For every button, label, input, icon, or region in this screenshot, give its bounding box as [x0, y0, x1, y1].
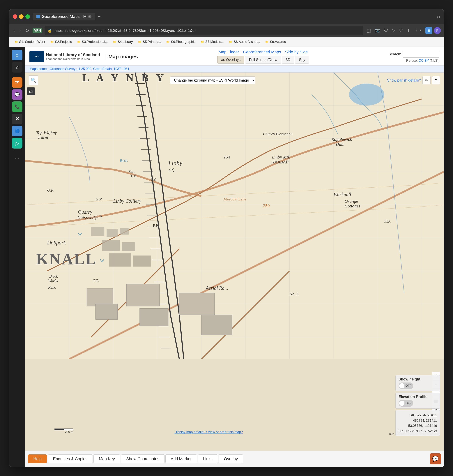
os-grid-ref: SK 52764 51411 [398, 412, 437, 418]
map-center-controls: Change background map - ESRI World Image [170, 76, 255, 84]
map-info-panel: Show height: OFF Elevation Profile: OFF [395, 375, 440, 436]
shield-icon[interactable]: 🛡 [383, 27, 389, 34]
folder-icon: 📁 [265, 40, 269, 44]
camera-icon[interactable]: 📷 [374, 27, 381, 34]
header-nav: Map Finder | Georeferenced Maps | Side b… [142, 50, 385, 64]
overlay-button[interactable]: Overlay [219, 455, 243, 463]
bottom-toolbar: Help Enquiries & Copies Map Key Show Coo… [25, 451, 444, 467]
show-height-label: Show height: [398, 377, 437, 381]
help-button[interactable]: Help [28, 455, 47, 463]
bookmark-s9[interactable]: 📁 S9.Awards [263, 39, 288, 44]
folder-icon: 📁 [50, 40, 54, 44]
bookmark-s6[interactable]: 📁 S6.Photographic [164, 39, 198, 44]
edit-icon-btn[interactable]: ✏ [423, 76, 431, 84]
map-left-panel: 🗂 [27, 87, 35, 95]
folder-icon: 📁 [77, 40, 81, 44]
chat-button[interactable]: 💬 [430, 453, 441, 464]
elevation-label: Elevation Profile: [398, 395, 437, 399]
as-overlays-button[interactable]: as Overlays [217, 56, 245, 64]
minimize-button[interactable] [19, 14, 24, 19]
bookmark-s2[interactable]: 📁 S2.Projects [48, 39, 74, 44]
breadcrumb-maps-home[interactable]: Maps home [29, 67, 47, 71]
easting-northing: 452764, 351411 [398, 418, 437, 423]
nav-bar: ‹ › ↻ VPN 🔒 maps.nls.uk/geo/explore/#zoo… [9, 24, 444, 37]
bookmark-label: S8.Audio-Visual... [234, 40, 260, 44]
extension-icon[interactable]: E [425, 27, 432, 34]
map-finder-link[interactable]: Map Finder [219, 50, 239, 55]
dock-whatsapp[interactable]: 📞 [12, 101, 22, 112]
enquiries-button[interactable]: Enquiries & Copies [48, 455, 93, 463]
side-by-side-link[interactable]: Side by Side [285, 50, 308, 55]
reuse-text: Re-use: CC-BY (NLS). [406, 59, 439, 63]
dock-home[interactable]: ⌂ [12, 50, 22, 60]
spy-button[interactable]: Spy [295, 56, 309, 64]
map-key-button[interactable]: Map Key [93, 455, 120, 463]
map-container[interactable]: L A Y N B Y Linby (P) Top Wighay Farm G.… [25, 72, 444, 451]
breadcrumb-series[interactable]: 1:25,000, Great Britain, 1937-1961 [78, 67, 129, 71]
show-parish-link[interactable]: Show parish details? [387, 78, 421, 82]
traffic-lights [13, 14, 30, 19]
3d-button[interactable]: 3D [282, 56, 294, 64]
profile-icon[interactable]: P [434, 27, 441, 34]
svg-rect-95 [25, 72, 444, 359]
bookmark-s3[interactable]: 📁 S3.Professional... [75, 39, 110, 44]
dock-twitter[interactable]: ✕ [12, 114, 22, 124]
elevation-knob [399, 401, 404, 406]
dock-more[interactable]: ··· [12, 153, 22, 164]
forward-button[interactable]: › [18, 27, 22, 35]
nls-header: NLS National Library of Scotland Leabhar… [25, 47, 444, 65]
dock-maps[interactable]: 🗺 [12, 77, 22, 88]
bookmark-s5[interactable]: 📁 S5.Printed... [136, 39, 163, 44]
tab-title: Georeferenced Maps - M [42, 14, 87, 19]
dock-sidebar: ⌂ ☆ 🗺 💬 📞 ✕ 🔵 ▷ ··· [9, 47, 25, 467]
bookmark-s7[interactable]: 📁 S7.Models... [198, 39, 226, 44]
coords-panel: SK 52764 51411 452764, 351411 53.05736, … [395, 410, 440, 436]
download-icon[interactable]: ⬇ [405, 27, 411, 34]
bookmark-label: S1. Student Work [19, 40, 45, 44]
active-tab[interactable]: Georeferenced Maps - M × [33, 13, 95, 21]
new-tab-button[interactable]: + [96, 13, 102, 20]
title-bar: Georeferenced Maps - M × + ⌕ [9, 9, 444, 24]
nls-logo-image: NLS [29, 51, 44, 62]
scale-label: 200 m [55, 430, 73, 434]
heart-icon[interactable]: ♡ [398, 27, 404, 34]
vpn-badge: VPN [33, 28, 42, 33]
bookmark-s8[interactable]: 📁 S8.Audio-Visual... [227, 39, 262, 44]
dock-star[interactable]: ☆ [12, 62, 22, 72]
breadcrumb-ordnance[interactable]: Ordnance Survey [50, 67, 75, 71]
elevation-toggle[interactable]: OFF [398, 400, 413, 407]
dock-app2[interactable]: ▷ [12, 138, 22, 149]
dock-divider [14, 75, 21, 75]
back-button[interactable]: ‹ [12, 27, 16, 35]
screenshot-icon[interactable]: ⬚ [366, 27, 372, 34]
add-marker-button[interactable]: Add Marker [165, 455, 197, 463]
play-icon[interactable]: ▷ [391, 27, 396, 34]
georef-maps-link[interactable]: Georeferenced Maps [243, 50, 281, 55]
bookmark-s4[interactable]: 📁 S4.Library [111, 39, 135, 44]
nav-icons: ⬚ 📷 🛡 ▷ ♡ ⬇ ⋮⋮ E P [366, 27, 441, 34]
show-coordinates-button[interactable]: Show Coordinates [121, 455, 165, 463]
bookmark-s1[interactable]: 📁 S1. Student Work [12, 39, 47, 44]
lock-icon: 🔒 [48, 28, 52, 33]
dock-messenger[interactable]: 💬 [12, 89, 22, 100]
background-map-select[interactable]: Change background map - ESRI World Image [170, 76, 255, 84]
cc-by-link[interactable]: CC-BY [419, 59, 429, 62]
tab-close-icon[interactable]: × [88, 15, 92, 18]
grid-icon[interactable]: ⋮⋮ [413, 27, 424, 34]
links-button[interactable]: Links [198, 455, 218, 463]
display-map-link[interactable]: Display map details? / View or order thi… [175, 430, 243, 434]
dock-app1[interactable]: 🔵 [12, 126, 22, 136]
maximize-button[interactable] [25, 14, 30, 19]
search-input[interactable] [403, 51, 439, 58]
scale-segment-2 [64, 429, 73, 430]
window-search-icon[interactable]: ⌕ [437, 14, 440, 20]
settings-icon-btn[interactable]: ⚙ [432, 76, 440, 84]
map-search-button[interactable]: 🔍 [29, 75, 38, 85]
address-bar[interactable]: 🔒 maps.nls.uk/geo/explore/#zoom=15.0&lat… [44, 26, 363, 35]
reload-button[interactable]: ↻ [24, 27, 30, 35]
close-button[interactable] [13, 14, 17, 19]
full-screen-button[interactable]: Full Screen/Draw [245, 56, 281, 64]
layers-button[interactable]: 🗂 [27, 87, 35, 95]
nls-name: National Library of Scotland [46, 52, 100, 57]
show-height-toggle[interactable]: OFF [398, 383, 413, 389]
